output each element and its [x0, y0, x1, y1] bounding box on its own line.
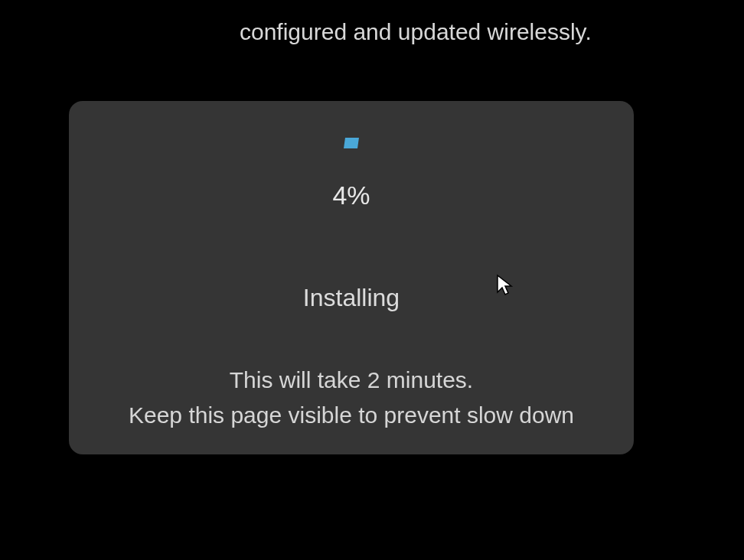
- install-duration-text: This will take 2 minutes.: [230, 367, 473, 393]
- install-status: Installing: [303, 284, 400, 312]
- progress-percent: 4%: [332, 181, 370, 210]
- background-description-text: configured and updated wirelessly.: [240, 19, 592, 45]
- spinner-icon: [344, 138, 359, 148]
- installing-modal: 4% Installing This will take 2 minutes. …: [69, 101, 634, 454]
- install-warning-text: Keep this page visible to prevent slow d…: [129, 402, 574, 428]
